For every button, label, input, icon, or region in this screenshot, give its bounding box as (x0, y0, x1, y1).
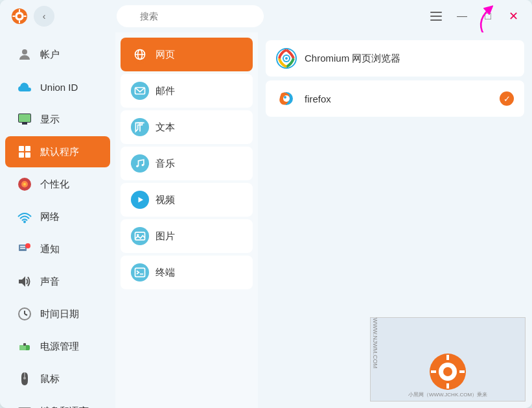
web-icon (131, 45, 149, 64)
svg-rect-21 (20, 246, 25, 247)
category-label-music: 音乐 (156, 158, 175, 170)
svg-rect-12 (19, 146, 24, 151)
minimize-icon: — (457, 10, 467, 22)
category-item-video[interactable]: 视频 (121, 183, 253, 217)
category-item-text[interactable]: 文本 (121, 110, 253, 144)
category-panel: 网页 邮件 (115, 32, 258, 408)
back-button[interactable]: ‹ (34, 6, 54, 27)
menu-button[interactable] (428, 8, 444, 24)
sidebar-label-network: 网络 (40, 211, 60, 223)
sidebar-item-union-id[interactable]: Union ID (5, 71, 110, 102)
svg-point-62 (283, 95, 290, 102)
svg-point-63 (284, 96, 286, 99)
sidebar-label-power: 电源管理 (40, 341, 79, 353)
mouse-icon (16, 370, 34, 388)
hamburger-icon (430, 12, 442, 21)
maximize-button[interactable]: □ (480, 8, 496, 24)
sidebar-label-keyboard: 键盘和语言 (40, 405, 89, 409)
svg-rect-14 (19, 152, 24, 158)
watermark-url: 小黑网（WWW.JCHK.COM）乘来 (408, 391, 487, 398)
category-label-image: 图片 (156, 230, 175, 243)
email-icon (131, 82, 149, 100)
sidebar-item-account[interactable]: 帐户 (5, 39, 110, 70)
svg-point-66 (443, 367, 452, 376)
back-icon: ‹ (43, 11, 46, 21)
svg-rect-10 (22, 123, 27, 125)
category-item-terminal[interactable]: 终端 (121, 256, 253, 289)
category-item-web[interactable]: 网页 (121, 38, 253, 71)
display-icon (16, 110, 34, 128)
svg-marker-24 (19, 276, 25, 287)
keyboard-icon (16, 402, 34, 408)
chromium-icon (276, 48, 297, 69)
settings-window: ‹ 🔍 — □ ✕ (0, 0, 532, 408)
firefox-icon (276, 88, 297, 109)
svg-rect-29 (19, 345, 26, 350)
svg-line-27 (25, 314, 27, 315)
app-item-firefox[interactable]: firefox ✓ (266, 80, 524, 117)
music-icon (131, 154, 149, 173)
sidebar: 帐户 Union ID (0, 32, 115, 408)
svg-rect-11 (19, 114, 30, 122)
svg-point-2 (17, 14, 22, 19)
sound-icon (16, 272, 34, 291)
search-input[interactable] (117, 5, 264, 27)
watermark-overlay: WWW.NJWM.COM 小黑网（WWW.JCHK.COM）乘来 (370, 317, 526, 402)
minimize-button[interactable]: — (454, 8, 470, 24)
watermark-logo (428, 352, 467, 391)
svg-point-23 (25, 243, 30, 248)
svg-rect-15 (25, 152, 30, 158)
network-icon (16, 208, 34, 226)
account-icon (16, 45, 34, 64)
app-logo (10, 7, 29, 25)
search-wrapper: 🔍 (117, 5, 324, 27)
svg-point-18 (23, 183, 26, 186)
main-content: 帐户 Union ID (0, 32, 532, 408)
sidebar-item-power[interactable]: 电源管理 (5, 331, 110, 362)
sidebar-item-network[interactable]: 网络 (5, 201, 110, 232)
svg-point-60 (285, 57, 288, 60)
sidebar-item-default-apps[interactable]: 默认程序 (5, 136, 110, 167)
sidebar-label-sound: 声音 (40, 276, 60, 288)
maximize-icon: □ (485, 10, 491, 22)
sidebar-item-notification[interactable]: 通知 (5, 234, 110, 265)
sidebar-item-display[interactable]: 显示 (5, 104, 110, 135)
svg-rect-30 (23, 343, 26, 346)
sidebar-label-notification: 通知 (40, 243, 60, 256)
svg-point-8 (22, 49, 27, 54)
personalize-icon (16, 175, 34, 193)
category-label-video: 视频 (156, 194, 175, 206)
sidebar-label-union-id: Union ID (40, 82, 78, 93)
category-item-image[interactable]: 图片 (121, 219, 253, 253)
category-label-text: 文本 (156, 121, 175, 134)
sidebar-item-mouse[interactable]: 鼠标 (5, 363, 110, 394)
sidebar-item-keyboard[interactable]: 键盘和语言 (5, 396, 110, 408)
svg-rect-13 (25, 146, 30, 151)
sidebar-label-personalize: 个性化 (40, 178, 69, 191)
power-icon (16, 337, 34, 355)
terminal-icon (131, 263, 149, 282)
window-controls: — □ ✕ (428, 8, 522, 24)
close-button[interactable]: ✕ (506, 8, 522, 24)
text-icon (131, 118, 149, 136)
sidebar-item-datetime[interactable]: 时间日期 (5, 298, 110, 330)
image-icon (131, 227, 149, 245)
category-item-music[interactable]: 音乐 (121, 147, 253, 180)
sidebar-label-display: 显示 (40, 114, 60, 126)
sidebar-label-default-apps: 默认程序 (40, 146, 79, 158)
category-item-email[interactable]: 邮件 (121, 74, 253, 108)
svg-point-49 (136, 165, 138, 167)
sidebar-item-personalize[interactable]: 个性化 (5, 169, 110, 200)
svg-rect-22 (20, 248, 25, 249)
cloud-icon (16, 78, 34, 96)
apps-icon (16, 143, 34, 161)
svg-point-19 (23, 221, 26, 223)
svg-point-50 (142, 164, 144, 166)
sidebar-item-sound[interactable]: 声音 (5, 266, 110, 297)
apps-panel: Chromium 网页浏览器 firefox ✓ WWW.NJWM.COM (258, 32, 532, 408)
close-icon: ✕ (509, 9, 518, 23)
app-item-chromium[interactable]: Chromium 网页浏览器 (266, 40, 524, 77)
watermark-text-left: WWW.NJWM.COM (372, 318, 378, 368)
category-label-terminal: 终端 (156, 267, 175, 279)
sidebar-label-mouse: 鼠标 (40, 373, 60, 385)
